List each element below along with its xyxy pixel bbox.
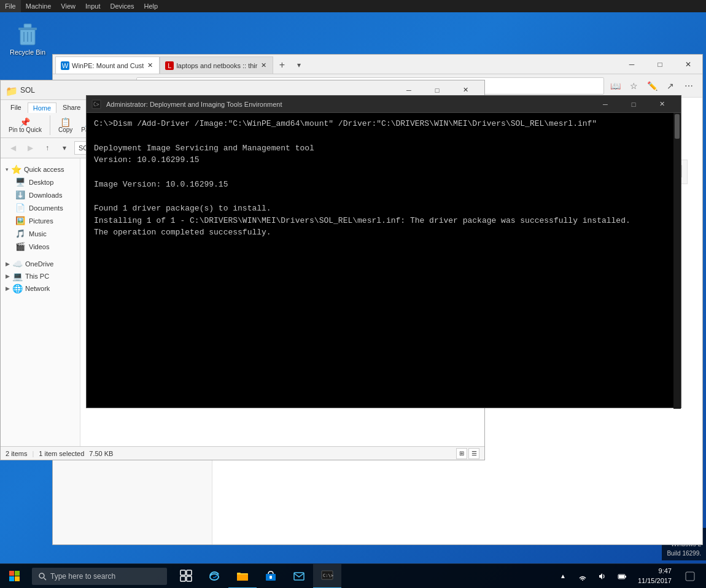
browser-favorites-button[interactable]: ☆ [625, 77, 642, 95]
terminal-scrollbar-thumb[interactable] [675, 114, 680, 139]
terminal-taskbar-icon: C:\> [321, 570, 333, 582]
explorer-forward-button[interactable]: ▶ [23, 141, 37, 155]
start-button[interactable] [0, 564, 29, 589]
taskbar-file-explorer[interactable] [228, 564, 257, 589]
tray-date: 11/15/2017 [638, 576, 672, 586]
nav-onedrive[interactable]: ▶ ☁️ OneDrive [1, 258, 80, 270]
windows-taskbar: C:\> ▲ [0, 563, 706, 588]
explorer-back-button[interactable]: ◀ [6, 141, 20, 155]
browser-toolbar-right: 📖 ☆ ✏️ ↗ ⋯ [607, 77, 697, 95]
volume-tray-icon [598, 572, 607, 581]
downloads-nav-icon: ⬇️ [15, 190, 25, 199]
tab-laptops-close[interactable]: ✕ [260, 61, 268, 69]
network-label: Network [25, 285, 50, 292]
tab-overflow-button[interactable]: ▾ [290, 56, 308, 74]
browser-menu-button[interactable]: ⋯ [680, 77, 697, 95]
taskbar-task-view[interactable] [172, 564, 200, 589]
tray-network-icon[interactable] [574, 568, 591, 585]
desktop: File Machine View Input Devices Help Rec… [0, 0, 706, 588]
svg-rect-2 [24, 24, 31, 28]
browser-web-note-button[interactable]: ✏️ [643, 77, 661, 95]
browser-maximize-button[interactable]: □ [646, 55, 674, 74]
nav-this-pc[interactable]: ▶ 💻 This PC [1, 270, 80, 282]
onedrive-label: OneDrive [25, 260, 53, 268]
svg-rect-11 [15, 576, 20, 581]
browser-tab-laptops[interactable]: L laptops and netbooks :: thir ✕ [160, 56, 273, 74]
taskbar-search-input[interactable] [50, 572, 155, 581]
nav-item-downloads[interactable]: ⬇️ Downloads [1, 188, 80, 201]
version-line-3: Build 16299. [667, 549, 701, 558]
svg-rect-9 [15, 571, 20, 576]
terminal-scrollbar[interactable] [673, 113, 681, 409]
browser-minimize-button[interactable]: ─ [618, 55, 646, 74]
taskbar-store[interactable] [257, 564, 285, 589]
nav-item-pictures[interactable]: 🖼️ Pictures [1, 214, 80, 227]
pictures-nav-icon: 🖼️ [15, 216, 25, 225]
tab-laptops-icon: L [165, 61, 174, 70]
mail-icon [293, 570, 305, 582]
view-details-button[interactable]: ⊞ [456, 448, 467, 459]
music-nav-label: Music [29, 230, 47, 238]
vm-menu-machine[interactable]: Machine [21, 0, 56, 12]
svg-rect-29 [619, 575, 624, 578]
nav-item-videos[interactable]: 🎬 Videos [1, 240, 80, 253]
tab-winpe-close[interactable]: ✕ [146, 61, 154, 69]
svg-rect-22 [270, 576, 272, 579]
ribbon-pin-label: Pin to Quick [9, 126, 42, 133]
browser-share-button[interactable]: ↗ [662, 77, 679, 95]
browser-close-button[interactable]: ✕ [674, 55, 702, 74]
tray-volume-icon[interactable] [594, 568, 611, 585]
svg-rect-1 [18, 28, 37, 30]
svg-rect-28 [625, 576, 626, 578]
recycle-bin-icon[interactable]: Recycle Bin [6, 21, 49, 56]
vm-menu-file[interactable]: File [0, 0, 21, 12]
notification-center-button[interactable] [679, 564, 701, 589]
quick-access-icon: ⭐ [11, 164, 21, 174]
ribbon-tab-share[interactable]: Share [58, 103, 85, 113]
tray-time: 9:47 [638, 567, 672, 576]
tab-winpe-icon: W [61, 61, 69, 70]
vm-menu-view[interactable]: View [56, 0, 80, 12]
terminal-body[interactable]: C:\>Dism /Add-Driver /Image:"C:\WinPE_am… [87, 113, 681, 408]
tray-expand-button[interactable]: ▲ [554, 568, 572, 585]
network-icon: 🌐 [12, 284, 23, 293]
tray-battery-icon[interactable] [613, 568, 630, 585]
taskbar-edge[interactable] [200, 564, 228, 589]
terminal-line-0: C:\>Dism /Add-Driver /Image:"C:\WinPE_am… [94, 118, 669, 130]
terminal-line-9: The operation completed successfully. [94, 226, 669, 239]
terminal-close-button[interactable]: ✕ [648, 96, 676, 113]
ribbon-pin-btn[interactable]: 📌 Pin to Quick [6, 116, 45, 135]
vm-menu-input[interactable]: Input [80, 0, 105, 12]
explorer-up-button[interactable]: ↑ [40, 141, 55, 155]
vm-menu-help[interactable]: Help [139, 0, 163, 12]
explorer-recent-button[interactable]: ▾ [57, 141, 72, 155]
terminal-window: C> Administrator: Deployment and Imaging… [86, 95, 681, 408]
vm-menu-devices[interactable]: Devices [105, 0, 139, 12]
nav-item-desktop[interactable]: 🖥️ Desktop [1, 176, 80, 188]
terminal-maximize-button[interactable]: □ [619, 96, 648, 113]
taskbar-search[interactable] [32, 568, 167, 585]
explorer-statusbar: 2 items | 1 item selected 7.50 KB ⊞ ☰ [1, 446, 484, 460]
ribbon-sep-1 [50, 115, 50, 135]
nav-quick-access[interactable]: ▾ ⭐ Quick access [1, 163, 80, 176]
terminal-titlebar: C> Administrator: Deployment and Imaging… [87, 96, 681, 113]
taskbar-mail[interactable] [285, 564, 313, 589]
tray-clock[interactable]: 9:47 11/15/2017 [633, 567, 677, 586]
desktop-nav-icon: 🖥️ [15, 177, 25, 187]
new-tab-button[interactable]: + [273, 56, 290, 74]
ribbon-copy-btn[interactable]: 📋 Copy [55, 116, 76, 135]
ribbon-tab-file[interactable]: File [6, 103, 26, 113]
view-list-button[interactable]: ☰ [468, 448, 479, 459]
nav-network[interactable]: ▶ 🌐 Network [1, 282, 80, 295]
browser-tab-winpe[interactable]: W WinPE: Mount and Cust ✕ [55, 56, 160, 74]
terminal-minimize-button[interactable]: ─ [591, 96, 619, 113]
nav-item-music[interactable]: 🎵 Music [1, 227, 80, 240]
terminal-window-controls: ─ □ ✕ [591, 96, 676, 113]
explorer-nav: ▾ ⭐ Quick access 🖥️ Desktop ⬇️ Downloads… [1, 158, 80, 446]
nav-item-documents[interactable]: 📄 Documents [1, 201, 80, 214]
videos-nav-label: Videos [29, 243, 49, 250]
ribbon-tab-home[interactable]: Home [28, 103, 56, 113]
browser-reading-mode-button[interactable]: 📖 [607, 77, 624, 95]
taskbar-terminal[interactable]: C:\> [313, 564, 341, 589]
svg-rect-30 [686, 572, 694, 581]
